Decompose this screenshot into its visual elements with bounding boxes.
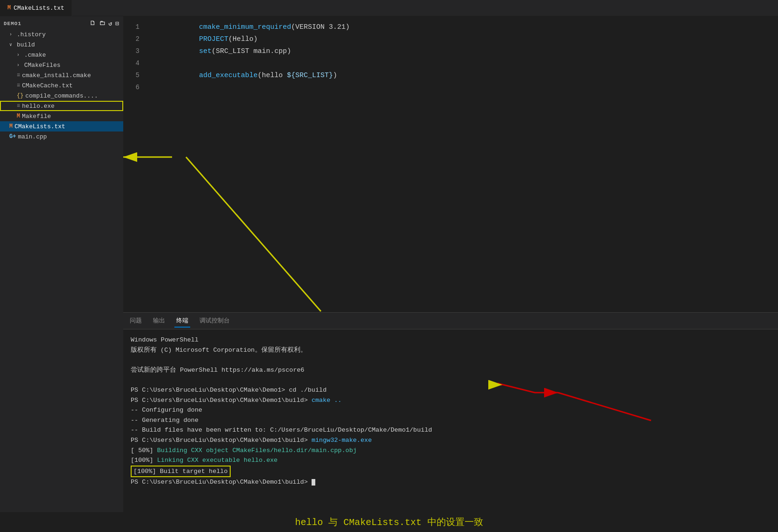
line-number: 6 [123,84,149,91]
line-content [149,84,153,92]
main-wrapper: DEMO1 🗋 🗀 ↺ ⊟ › .history ∨ build › .cmak [0,16,778,512]
item-label: cmake_install.cmake [22,72,91,79]
file-icon: M [9,123,13,130]
terminal-line: PS C:\Users\BruceLiu\Desktop\CMake\Demo1… [131,395,771,406]
sidebar-actions: 🗋 🗀 ↺ ⊟ [90,20,120,27]
line-content: add_executable(hello ${SRC_LIST}) [149,64,337,87]
code-editor[interactable]: 1 cmake_minimum_required(VERSION 3.21) 2… [123,16,778,312]
tab-debug-console[interactable]: 调试控制台 [198,315,232,328]
sidebar-item-makefile[interactable]: M Makefile [0,111,123,121]
sidebar: DEMO1 🗋 🗀 ↺ ⊟ › .history ∨ build › .cmak [0,16,123,512]
tab-bar: M CMakeLists.txt [0,0,778,16]
item-label: CMakeFiles [24,62,60,69]
file-icon: ≡ [17,82,20,89]
content-area: 1 cmake_minimum_required(VERSION 3.21) 2… [123,16,778,512]
refresh-icon[interactable]: ↺ [108,20,113,27]
line-number: 1 [123,23,149,31]
terminal-line: [ 50%] Building CXX object CMakeFiles/he… [131,446,771,456]
line-number: 2 [123,35,149,43]
item-label: hello.exe [22,103,54,110]
file-icon: {} [17,92,23,99]
terminal-line: [100%] Linking CXX executable hello.exe [131,455,771,466]
terminal-line: 版权所有 (C) Microsoft Corporation。保留所有权利。 [131,345,771,355]
sidebar-header: DEMO1 🗋 🗀 ↺ ⊟ [0,18,123,29]
file-icon: ≡ [17,72,20,79]
item-label: .cmake [24,52,46,59]
tab-cmakelists[interactable]: M CMakeLists.txt [0,0,72,16]
item-label: .history [17,31,46,38]
terminal-line: Windows PowerShell [131,335,771,345]
main-area: DEMO1 🗋 🗀 ↺ ⊟ › .history ∨ build › .cmak [0,16,778,512]
line-content: set(SRC_LIST main.cpp) [149,39,291,63]
terminal-line [131,375,771,385]
item-label: CMakeCache.txt [22,82,73,89]
terminal-line-built-target: [100%] Built target hello [131,466,771,478]
tab-icon: M [7,5,11,11]
file-icon: M [17,113,20,119]
file-icon: G+ [9,133,16,140]
terminal-line: PS C:\Users\BruceLiu\Desktop\CMake\Demo1… [131,435,771,446]
sidebar-title: DEMO1 [4,21,21,26]
terminal-tab-bar: 问题 输出 终端 调试控制台 [123,313,778,329]
terminal-content[interactable]: Windows PowerShell 版权所有 (C) Microsoft Co… [123,329,778,512]
item-label: Makefile [22,113,51,120]
item-label: compile_commands.... [25,92,98,99]
sidebar-item-hello-exe[interactable]: ≡ hello.exe [0,101,123,111]
terminal-line: -- Configuring done [131,405,771,415]
sidebar-item-compile-commands[interactable]: {} compile_commands.... [0,91,123,101]
terminal-line: -- Generating done [131,415,771,426]
bottom-annotation: hello 与 CMakeLists.txt 中的设置一致 [0,512,778,532]
sidebar-item-cmake-install[interactable]: ≡ cmake_install.cmake [0,70,123,80]
file-icon: ≡ [17,103,20,109]
terminal-line: 尝试新的跨平台 PowerShell https://aka.ms/pscore… [131,365,771,375]
sidebar-item-build[interactable]: ∨ build [0,39,123,50]
collapse-icon[interactable]: ⊟ [115,20,120,27]
line-number: 4 [123,59,149,67]
line-number: 3 [123,47,149,55]
item-label: CMakeLists.txt [14,123,65,130]
sidebar-item-cmakelists[interactable]: M CMakeLists.txt [0,121,123,131]
new-folder-icon[interactable]: 🗀 [99,20,106,27]
tab-terminal[interactable]: 终端 [174,315,190,328]
tab-output[interactable]: 输出 [151,315,167,328]
arrow-icon: › [9,32,15,37]
code-line-3: 3 set(SRC_LIST main.cpp) [123,45,778,57]
terminal-panel: 问题 输出 终端 调试控制台 Windows PowerShell 版权所有 (… [123,312,778,512]
tab-problems[interactable]: 问题 [128,315,144,328]
terminal-line: PS C:\Users\BruceLiu\Desktop\CMake\Demo1… [131,385,771,395]
arrow-icon: › [17,63,22,68]
line-number: 5 [123,72,149,79]
sidebar-item-history[interactable]: › .history [0,29,123,39]
terminal-line: PS C:\Users\BruceLiu\Desktop\CMake\Demo1… [131,477,771,487]
item-label: main.cpp [18,133,47,140]
new-file-icon[interactable]: 🗋 [90,20,96,27]
code-line-5: 5 add_executable(hello ${SRC_LIST}) [123,69,778,81]
item-label: build [17,41,35,48]
tab-label: CMakeLists.txt [13,5,64,12]
terminal-line [131,355,771,365]
arrow-icon: › [17,53,22,58]
terminal-line: -- Build files have been written to: C:/… [131,425,771,435]
sidebar-item-maincpp[interactable]: G+ main.cpp [0,131,123,142]
sidebar-item-dotcmake[interactable]: › .cmake [0,50,123,60]
arrow-icon: ∨ [9,42,15,47]
sidebar-item-cmakecache[interactable]: ≡ CMakeCache.txt [0,80,123,91]
sidebar-item-cmakefiles[interactable]: › CMakeFiles [0,60,123,70]
